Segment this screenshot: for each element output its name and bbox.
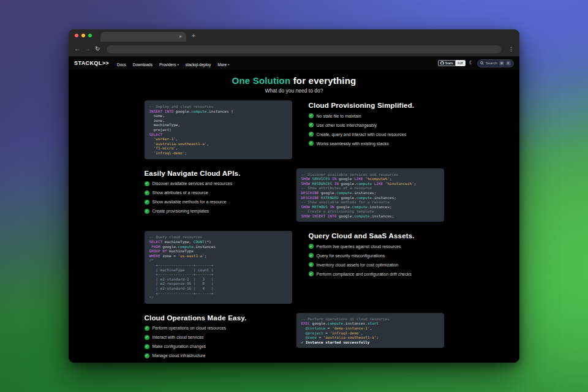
feature-heading: Query Cloud and SaaS Assets.: [309, 232, 444, 239]
command-key-icon: ⌘: [499, 61, 504, 66]
feature-item-label: Interact with cloud services: [153, 335, 204, 339]
search-box[interactable]: Search ⌘ K: [477, 59, 514, 67]
page-viewport: STACKQL>> DocsDownloadsProviders▾stackql…: [69, 56, 519, 363]
nav-link-more[interactable]: More▾: [217, 62, 229, 67]
check-icon: ✓: [309, 141, 314, 146]
stackql-logo[interactable]: STACKQL>>: [74, 60, 109, 66]
code-line: +----------------+-------+: [149, 263, 287, 268]
feature-item-label: Perform live queries against cloud resou…: [317, 244, 401, 249]
feature-item-label: No state file to maintain: [317, 114, 361, 118]
feature-item: ✓Manage cloud infrastructure: [145, 353, 292, 358]
theme-toggle-moon-icon[interactable]: ☾: [469, 61, 473, 66]
code-line: DESCRIBE google.compute.instances;: [301, 190, 439, 195]
tab-close-icon[interactable]: ×: [179, 34, 182, 39]
nav-link-downloads[interactable]: Downloads: [133, 62, 153, 67]
code-line: | e2-standard-16 | 4 |: [149, 286, 287, 291]
feature-item-label: Works seamlessly with existing stacks: [317, 141, 389, 146]
section-row-1: -- Deploy and clean resourcesINSERT INTO…: [145, 100, 444, 159]
navbar-right: Stars 918 ☾ Search ⌘ K: [438, 59, 514, 67]
code-line: | machineType | count |: [149, 268, 287, 273]
browser-tab-strip: × +: [69, 29, 519, 42]
code-line: -- Discover available services and resou…: [301, 172, 439, 177]
code-line: @instance = 'demo-instance-1',: [301, 326, 439, 331]
code-line: 'infraql-demo';: [149, 151, 287, 156]
nav-link-stackql-deploy[interactable]: stackql-deploy: [186, 62, 211, 67]
feature-card-3: Query Cloud and SaaS Assets.✓Perform liv…: [296, 231, 444, 276]
code-line: /*: [149, 258, 287, 263]
nav-link-label: stackql-deploy: [186, 62, 211, 67]
feature-item: ✓Perform compliance and configuration dr…: [309, 271, 444, 276]
nav-link-docs[interactable]: Docs: [117, 62, 126, 67]
feature-item: ✓Perform operations on cloud resources: [145, 326, 292, 331]
code-line: SHOW INSERT INTO google.compute.instance…: [301, 214, 439, 219]
code-line: project): [149, 127, 287, 132]
github-star-count: 918: [456, 60, 466, 66]
browser-menu-button[interactable]: ⋮: [508, 47, 514, 52]
desktop-wallpaper: × + ← → ↻ ⋮ STACKQL>> DocsDownloadsProvi…: [0, 0, 588, 392]
check-icon: ✓: [145, 335, 149, 340]
code-line: -- Show attributes of a resource: [301, 186, 439, 190]
code-line: -- Query cloud resources: [149, 235, 287, 239]
nav-link-label: Providers: [159, 62, 176, 67]
code-line: -- Deploy and clean resources: [149, 104, 287, 109]
feature-card-4: Cloud Operations Made Easy.✓Perform oper…: [145, 313, 292, 358]
page-title-highlight: One Solution: [232, 75, 291, 86]
code-line: FROM google.compute.instances: [149, 244, 287, 249]
code-line: -- Create a provisioning template: [301, 209, 439, 214]
close-window-button[interactable]: [75, 34, 78, 37]
nav-link-label: Downloads: [133, 62, 153, 67]
back-button[interactable]: ←: [74, 46, 80, 52]
page-subtitle: What do you need to do?: [69, 88, 519, 94]
check-icon: ✓: [309, 123, 314, 127]
browser-window: × + ← → ↻ ⋮ STACKQL>> DocsDownloadsProvi…: [69, 29, 519, 363]
feature-card-2: Easily Navigate Cloud APIs.✓Discover ava…: [145, 168, 292, 214]
github-stars-badge[interactable]: Stars 918: [438, 60, 466, 66]
feature-item-label: Perform compliance and configuration dri…: [317, 272, 412, 276]
section-row-2: Easily Navigate Cloud APIs.✓Discover ava…: [145, 168, 444, 222]
chevron-down-icon: ▾: [228, 63, 229, 66]
site-navbar: STACKQL>> DocsDownloadsProviders▾stackql…: [69, 56, 519, 70]
feature-item-label: Discover available services and resource…: [153, 181, 233, 186]
nav-link-label: Docs: [117, 62, 126, 67]
feature-item: ✓Use other tools interchangeably: [309, 123, 444, 127]
minimize-window-button[interactable]: [81, 34, 85, 37]
hero: One Solution for everything What do you …: [69, 70, 519, 94]
feature-list: ✓Perform live queries against cloud reso…: [309, 244, 444, 276]
code-line: +----------------+-------+: [149, 291, 287, 296]
zoom-window-button[interactable]: [88, 34, 92, 37]
feature-item-label: Make configuration changes: [153, 344, 206, 349]
feature-item: ✓Create, query and interact with cloud r…: [309, 132, 444, 137]
code-line: | e2-response-95 | 8 |: [149, 281, 287, 286]
feature-item: ✓Query for security misconfigurations: [309, 253, 444, 258]
new-tab-button[interactable]: +: [192, 33, 195, 39]
nav-link-label: More: [217, 62, 227, 67]
code-line: name,: [149, 113, 287, 118]
code-line: 'f1-micro',: [149, 146, 287, 151]
address-bar[interactable]: [107, 45, 502, 53]
check-icon: ✓: [145, 181, 149, 186]
code-line: -- Show available methods for a resource: [301, 200, 439, 205]
browser-tab[interactable]: ×: [100, 32, 186, 42]
reload-button[interactable]: ↻: [95, 46, 100, 52]
check-icon: ✓: [145, 200, 149, 205]
feature-item: ✓Inventory cloud assets for cost optimiz…: [309, 262, 444, 267]
nav-links: DocsDownloadsProviders▾stackql-deployMor…: [117, 58, 236, 69]
code-line: ✓ Instance started successfully: [301, 340, 439, 345]
check-icon: ✓: [145, 190, 149, 195]
code-line: DESCRIBE EXTENDED google.compute.instanc…: [301, 195, 439, 200]
feature-heading: Cloud Operations Made Easy.: [145, 314, 292, 322]
feature-item: ✓Show available methods for a resource: [145, 200, 292, 205]
check-icon: ✓: [145, 353, 149, 358]
forward-button[interactable]: →: [85, 46, 91, 52]
page-title-rest: for everything: [290, 75, 356, 86]
feature-item-label: Query for security misconfigurations: [317, 254, 385, 258]
code-line: | e2-standard-2 | 3 |: [149, 277, 287, 282]
nav-link-providers[interactable]: Providers▾: [159, 62, 179, 67]
feature-card-1: Cloud Provisioning Simplified.✓No state …: [296, 100, 444, 146]
code-block-4: -- Perform operations on cloud resources…: [296, 313, 444, 349]
code-line: 'australia-southeast1-a',: [149, 141, 287, 146]
code-line: SHOW METHODS IN google.compute.instances…: [301, 205, 439, 209]
feature-item-label: Create provisioning templates: [153, 209, 209, 213]
search-placeholder: Search: [486, 61, 497, 65]
search-icon: [480, 61, 484, 65]
